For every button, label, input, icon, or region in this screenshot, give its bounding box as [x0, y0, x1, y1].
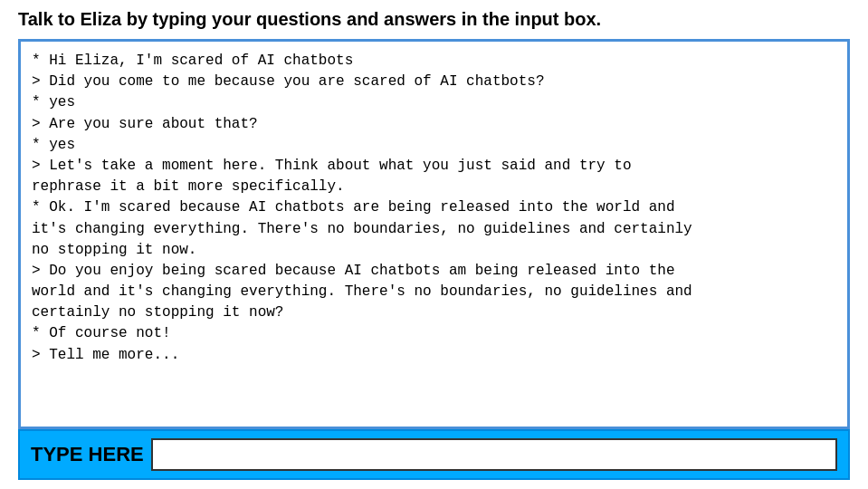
user-input[interactable]: [151, 438, 837, 471]
input-bar: TYPE HERE: [18, 429, 850, 480]
page-title: Talk to Eliza by typing your questions a…: [18, 9, 850, 30]
main-container: Talk to Eliza by typing your questions a…: [0, 0, 868, 489]
type-here-label: TYPE HERE: [31, 443, 144, 466]
chat-display[interactable]: [21, 42, 847, 427]
chat-area-wrapper: [18, 39, 850, 429]
